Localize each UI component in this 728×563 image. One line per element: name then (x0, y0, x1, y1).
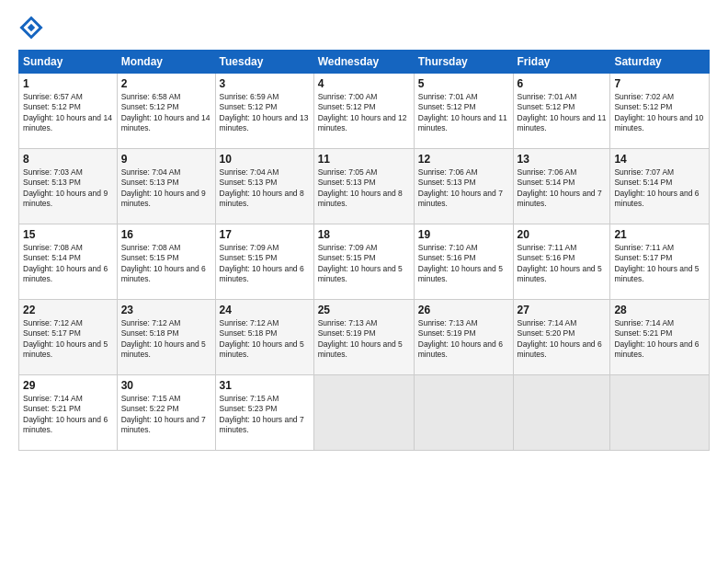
calendar-week-4: 22Sunrise: 7:12 AMSunset: 5:17 PMDayligh… (19, 300, 710, 375)
day-info: Sunrise: 7:00 AMSunset: 5:12 PMDaylight:… (318, 92, 410, 134)
day-number: 8 (23, 153, 113, 166)
header (18, 15, 710, 40)
table-row: 24Sunrise: 7:12 AMSunset: 5:18 PMDayligh… (215, 300, 313, 375)
day-number: 6 (518, 77, 607, 90)
col-thursday: Thursday (414, 51, 513, 74)
day-info: Sunrise: 7:15 AMSunset: 5:23 PMDaylight:… (220, 394, 310, 436)
table-row: 5Sunrise: 7:01 AMSunset: 5:12 PMDaylight… (414, 74, 513, 149)
day-info: Sunrise: 7:09 AMSunset: 5:15 PMDaylight:… (220, 243, 310, 285)
day-number: 31 (220, 379, 310, 392)
day-number: 5 (418, 77, 509, 90)
day-number: 27 (518, 304, 607, 316)
day-number: 26 (418, 304, 509, 316)
day-number: 2 (121, 77, 211, 90)
day-number: 24 (220, 304, 310, 316)
col-friday: Friday (513, 51, 610, 74)
day-info: Sunrise: 7:08 AMSunset: 5:14 PMDaylight:… (23, 243, 113, 285)
table-row: 23Sunrise: 7:12 AMSunset: 5:18 PMDayligh… (117, 300, 215, 375)
day-number: 30 (121, 379, 211, 392)
table-row: 31Sunrise: 7:15 AMSunset: 5:23 PMDayligh… (215, 375, 313, 451)
day-info: Sunrise: 6:58 AMSunset: 5:12 PMDaylight:… (121, 92, 211, 134)
day-info: Sunrise: 7:05 AMSunset: 5:13 PMDaylight:… (318, 167, 410, 210)
day-info: Sunrise: 7:14 AMSunset: 5:21 PMDaylight:… (23, 394, 113, 436)
table-row: 1Sunrise: 6:57 AMSunset: 5:12 PMDaylight… (19, 74, 118, 149)
day-info: Sunrise: 7:09 AMSunset: 5:15 PMDaylight:… (318, 243, 410, 285)
day-number: 23 (121, 304, 211, 316)
calendar-week-2: 8Sunrise: 7:03 AMSunset: 5:13 PMDaylight… (19, 149, 710, 224)
day-info: Sunrise: 7:15 AMSunset: 5:22 PMDaylight:… (121, 394, 211, 436)
table-row: 10Sunrise: 7:04 AMSunset: 5:13 PMDayligh… (215, 149, 313, 224)
day-number: 18 (318, 228, 410, 241)
table-row: 30Sunrise: 7:15 AMSunset: 5:22 PMDayligh… (117, 375, 215, 451)
calendar-table: Sunday Monday Tuesday Wednesday Thursday… (18, 50, 710, 451)
table-row: 3Sunrise: 6:59 AMSunset: 5:12 PMDaylight… (215, 74, 313, 149)
table-row: 9Sunrise: 7:04 AMSunset: 5:13 PMDaylight… (117, 149, 215, 224)
table-row: 7Sunrise: 7:02 AMSunset: 5:12 PMDaylight… (610, 74, 710, 149)
day-number: 14 (614, 153, 705, 166)
page: Sunday Monday Tuesday Wednesday Thursday… (0, 0, 728, 563)
day-info: Sunrise: 7:12 AMSunset: 5:18 PMDaylight:… (121, 318, 211, 361)
day-number: 3 (220, 77, 310, 90)
day-info: Sunrise: 7:01 AMSunset: 5:12 PMDaylight:… (518, 92, 607, 134)
col-tuesday: Tuesday (215, 51, 313, 74)
day-number: 1 (23, 77, 113, 90)
header-row: Sunday Monday Tuesday Wednesday Thursday… (19, 51, 710, 74)
day-number: 28 (614, 304, 705, 316)
table-row: 4Sunrise: 7:00 AMSunset: 5:12 PMDaylight… (313, 74, 414, 149)
day-number: 9 (121, 153, 211, 166)
day-info: Sunrise: 7:12 AMSunset: 5:18 PMDaylight:… (220, 318, 310, 361)
table-row (513, 375, 610, 451)
day-number: 12 (418, 153, 509, 166)
table-row (414, 375, 513, 451)
table-row (610, 375, 710, 451)
table-row: 2Sunrise: 6:58 AMSunset: 5:12 PMDaylight… (117, 74, 215, 149)
calendar-week-3: 15Sunrise: 7:08 AMSunset: 5:14 PMDayligh… (19, 224, 710, 300)
table-row: 25Sunrise: 7:13 AMSunset: 5:19 PMDayligh… (313, 300, 414, 375)
table-row: 19Sunrise: 7:10 AMSunset: 5:16 PMDayligh… (414, 224, 513, 300)
day-number: 11 (318, 153, 410, 166)
col-wednesday: Wednesday (313, 51, 414, 74)
day-number: 7 (614, 77, 705, 90)
table-row: 11Sunrise: 7:05 AMSunset: 5:13 PMDayligh… (313, 149, 414, 224)
col-monday: Monday (117, 51, 215, 74)
col-saturday: Saturday (610, 51, 710, 74)
table-row: 22Sunrise: 7:12 AMSunset: 5:17 PMDayligh… (19, 300, 118, 375)
day-number: 17 (220, 228, 310, 241)
logo (18, 15, 48, 40)
day-number: 4 (318, 77, 410, 90)
table-row: 16Sunrise: 7:08 AMSunset: 5:15 PMDayligh… (117, 224, 215, 300)
day-info: Sunrise: 7:04 AMSunset: 5:13 PMDaylight:… (220, 167, 310, 210)
day-info: Sunrise: 6:57 AMSunset: 5:12 PMDaylight:… (23, 92, 113, 134)
table-row: 8Sunrise: 7:03 AMSunset: 5:13 PMDaylight… (19, 149, 118, 224)
day-info: Sunrise: 7:11 AMSunset: 5:17 PMDaylight:… (614, 243, 705, 285)
day-info: Sunrise: 7:06 AMSunset: 5:13 PMDaylight:… (418, 167, 509, 210)
day-info: Sunrise: 7:01 AMSunset: 5:12 PMDaylight:… (418, 92, 509, 134)
day-info: Sunrise: 7:08 AMSunset: 5:15 PMDaylight:… (121, 243, 211, 285)
day-number: 13 (518, 153, 607, 166)
day-number: 19 (418, 228, 509, 241)
day-info: Sunrise: 7:13 AMSunset: 5:19 PMDaylight:… (418, 318, 509, 361)
day-number: 15 (23, 228, 113, 241)
col-sunday: Sunday (19, 51, 118, 74)
day-info: Sunrise: 7:13 AMSunset: 5:19 PMDaylight:… (318, 318, 410, 361)
day-number: 20 (518, 228, 607, 241)
day-info: Sunrise: 7:06 AMSunset: 5:14 PMDaylight:… (518, 167, 607, 210)
day-number: 22 (23, 304, 113, 316)
day-number: 29 (23, 379, 113, 392)
table-row (313, 375, 414, 451)
table-row: 29Sunrise: 7:14 AMSunset: 5:21 PMDayligh… (19, 375, 118, 451)
table-row: 15Sunrise: 7:08 AMSunset: 5:14 PMDayligh… (19, 224, 118, 300)
day-info: Sunrise: 7:03 AMSunset: 5:13 PMDaylight:… (23, 167, 113, 210)
day-info: Sunrise: 7:07 AMSunset: 5:14 PMDaylight:… (614, 167, 705, 210)
day-number: 21 (614, 228, 705, 241)
day-info: Sunrise: 7:12 AMSunset: 5:17 PMDaylight:… (23, 318, 113, 361)
table-row: 12Sunrise: 7:06 AMSunset: 5:13 PMDayligh… (414, 149, 513, 224)
day-info: Sunrise: 6:59 AMSunset: 5:12 PMDaylight:… (220, 92, 310, 134)
table-row: 20Sunrise: 7:11 AMSunset: 5:16 PMDayligh… (513, 224, 610, 300)
day-info: Sunrise: 7:02 AMSunset: 5:12 PMDaylight:… (614, 92, 705, 134)
day-info: Sunrise: 7:11 AMSunset: 5:16 PMDaylight:… (518, 243, 607, 285)
day-info: Sunrise: 7:10 AMSunset: 5:16 PMDaylight:… (418, 243, 509, 285)
calendar-week-5: 29Sunrise: 7:14 AMSunset: 5:21 PMDayligh… (19, 375, 710, 451)
day-info: Sunrise: 7:14 AMSunset: 5:21 PMDaylight:… (614, 318, 705, 361)
table-row: 18Sunrise: 7:09 AMSunset: 5:15 PMDayligh… (313, 224, 414, 300)
